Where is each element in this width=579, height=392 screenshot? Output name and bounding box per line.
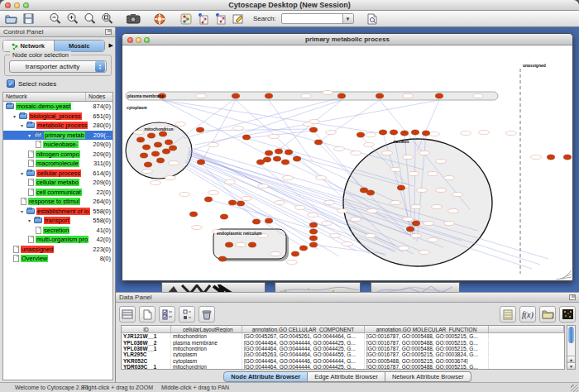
help-icon[interactable]: [152, 12, 167, 26]
network-edge[interactable]: [184, 98, 341, 138]
network-edge[interactable]: [313, 131, 365, 191]
table-cell[interactable]: [GO:0045263, GO:0044464, GO:0044455, G..…: [242, 351, 365, 357]
tree-row-overview[interactable]: Overview8(0): [3, 254, 112, 264]
select-attributes-icon[interactable]: [159, 306, 175, 323]
snapshot-icon[interactable]: [126, 12, 141, 26]
formula-builder-icon[interactable]: f(x): [519, 306, 536, 323]
expander-icon[interactable]: ▾: [21, 208, 26, 214]
tab-network-attribute-browser[interactable]: Network Attribute Browser: [385, 371, 471, 382]
table-cell[interactable]: [GO:0044464, GO:0044444, GO:0044425, G..…: [242, 346, 365, 351]
network-node[interactable]: [228, 200, 236, 205]
network-node[interactable]: [263, 157, 270, 162]
network-node[interactable]: [169, 146, 176, 151]
table-cell[interactable]: [GO:0016787, GO:0005215, GO:0003824, G..…: [365, 351, 489, 357]
tree-row-mosaic-demo-yeast[interactable]: mosaic-demo-yeast874(0): [3, 102, 112, 112]
zoom-selected-icon[interactable]: [82, 12, 97, 26]
network-node[interactable]: [285, 150, 292, 155]
network-node[interactable]: [248, 242, 256, 247]
column-header[interactable]: ID: [122, 326, 171, 332]
network-node[interactable]: [220, 214, 227, 219]
network-node[interactable]: [293, 156, 300, 161]
tree-row-response-to-stimul[interactable]: response to stimul264(0): [3, 197, 112, 207]
table-cell[interactable]: cytoplasm: [171, 358, 242, 364]
tree-header-nodes[interactable]: Nodes: [86, 93, 112, 101]
tree-header-network[interactable]: Network: [3, 93, 86, 101]
network-node[interactable]: [165, 140, 172, 145]
table-row[interactable]: YPL036W__2plasma membrane[GO:0044464, GO…: [122, 339, 564, 345]
resize-grip[interactable]: [571, 385, 578, 392]
table-cell[interactable]: [GO:0044464, GO:0044444, GO:0044425, G..…: [242, 340, 365, 346]
tab-network[interactable]: Network: [3, 41, 54, 51]
tree-row-nitrogen-compo[interactable]: nitrogen compo209(0): [3, 150, 112, 160]
column-header[interactable]: _cellularLayoutRegion: [171, 326, 242, 332]
table-cell[interactable]: [GO:0005488, GO:0005215, GO:0003674]: [365, 358, 489, 364]
network-node[interactable]: [275, 149, 282, 154]
region-nucleus[interactable]: [343, 139, 492, 266]
table-cell[interactable]: [GO:0045267, GO:0045261, GO:0044464, G..…: [242, 333, 365, 339]
network-node[interactable]: [237, 201, 244, 206]
background-window[interactable]: [275, 282, 361, 292]
search-dropdown-icon[interactable]: ▼: [342, 14, 353, 23]
network-node[interactable]: [309, 222, 317, 227]
background-window[interactable]: [371, 282, 460, 292]
table-row[interactable]: YKR052Ccytoplasm[GO:0044464, GO:0044446,…: [122, 358, 564, 364]
column-header[interactable]: annotation.GO CELLULAR_COMPONENT: [242, 326, 365, 332]
table-cell[interactable]: YDR039C__1: [122, 364, 171, 370]
tab-edge-attribute-browser[interactable]: Edge Attribute Browser: [308, 371, 385, 382]
table-cell[interactable]: YPL036W__1: [122, 346, 171, 351]
tree-row-cellular-metabo[interactable]: cellular metabo209(0): [3, 178, 112, 188]
zoom-out-icon[interactable]: [47, 12, 62, 26]
network-node[interactable]: [337, 93, 345, 98]
tree-row-cellular-process[interactable]: ▾cellular process614(0): [3, 169, 112, 179]
zoom-fit-icon[interactable]: [99, 12, 114, 26]
network-node[interactable]: [159, 131, 166, 136]
network-view-window[interactable]: primary metabolic process plasma membran…: [122, 33, 573, 281]
column-header[interactable]: annotation.GO MOLECULAR_FUNCTION: [365, 326, 489, 332]
network-node[interactable]: [273, 156, 280, 161]
tree-row-primary-metab[interactable]: ▾primary metab209(...: [3, 131, 112, 141]
annotation-icon[interactable]: [231, 12, 246, 26]
tab-overflow-icon[interactable]: ▶: [109, 42, 113, 49]
select-nodes-checkbox[interactable]: ✓: [7, 79, 15, 88]
network-node[interactable]: [309, 236, 317, 241]
network-node[interactable]: [218, 256, 226, 261]
table-scrollbar[interactable]: ▲ ▼: [567, 325, 576, 370]
table-cell[interactable]: plasma membrane: [171, 340, 242, 346]
network-node[interactable]: [406, 227, 414, 232]
network-node[interactable]: [225, 242, 232, 247]
tree-row-metabolic-process[interactable]: ▾metabolic process280(0): [3, 121, 112, 131]
search-doc-icon[interactable]: [366, 12, 380, 26]
search-input[interactable]: ▼: [281, 13, 354, 24]
network-node[interactable]: [204, 197, 212, 202]
network-node[interactable]: [309, 242, 317, 247]
network-node[interactable]: [366, 190, 374, 195]
open-attribute-file-icon[interactable]: [539, 306, 556, 323]
network-node[interactable]: [232, 93, 239, 98]
network-node[interactable]: [412, 221, 419, 226]
float-panel-icon[interactable]: [105, 29, 112, 35]
window-titlebar[interactable]: Cytoscape Desktop (New Session): [0, 0, 579, 11]
network-node[interactable]: [252, 219, 260, 224]
import-table-icon[interactable]: [500, 306, 516, 323]
network-node[interactable]: [136, 137, 144, 142]
network-node[interactable]: [156, 158, 164, 163]
attribute-table-icon[interactable]: [119, 306, 136, 323]
table-row[interactable]: YLR295Ccytoplasm[GO:0045263, GO:0044464,…: [122, 351, 564, 357]
tab-mosaic[interactable]: Mosaic: [54, 41, 105, 51]
expander-icon[interactable]: ▾: [28, 218, 34, 223]
tree-row-establishment-of-lo[interactable]: ▾establishment of lo558(0): [3, 207, 112, 217]
tree-row-cell-communicat[interactable]: cell communicat22(0): [3, 188, 112, 198]
tree-row-nucleobase-[interactable]: nucleobase-209(0): [3, 140, 112, 150]
heatmap-icon[interactable]: [559, 306, 576, 323]
network-node[interactable]: [299, 246, 307, 251]
network-node[interactable]: [265, 151, 272, 155]
network-node[interactable]: [196, 127, 203, 132]
network-node[interactable]: [547, 155, 554, 160]
network-node[interactable]: [411, 130, 419, 135]
network-node[interactable]: [435, 93, 443, 98]
network-node[interactable]: [309, 229, 317, 234]
network-node[interactable]: [147, 133, 155, 138]
network-node[interactable]: [197, 160, 204, 165]
network-node[interactable]: [390, 130, 397, 135]
table-cell[interactable]: mitochondrion: [171, 364, 242, 370]
